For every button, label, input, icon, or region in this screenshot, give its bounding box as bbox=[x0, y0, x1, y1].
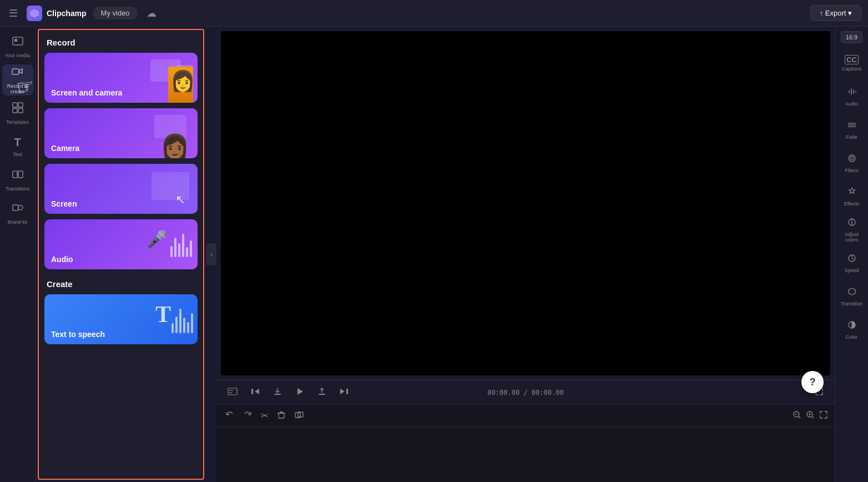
download-button[interactable] bbox=[271, 385, 284, 400]
sidebar-item-record[interactable]: Record &create bbox=[2, 64, 33, 96]
svg-point-12 bbox=[18, 205, 23, 210]
tts-wave-2 bbox=[175, 317, 178, 333]
card-screen[interactable]: ↖ Screen bbox=[44, 164, 198, 214]
play-button[interactable] bbox=[293, 385, 306, 400]
right-panel-fade[interactable]: Fade bbox=[837, 114, 866, 145]
svg-rect-18 bbox=[274, 394, 281, 395]
right-panel-audio[interactable]: Audio bbox=[837, 81, 866, 112]
clone-button[interactable] bbox=[292, 408, 306, 424]
app-logo: Clipchamp bbox=[27, 6, 87, 21]
project-name[interactable]: My video bbox=[93, 7, 138, 19]
wave-bar-2 bbox=[174, 238, 176, 257]
speed-label: Speed bbox=[844, 268, 859, 273]
help-button[interactable]: ? bbox=[801, 371, 824, 393]
card-camera[interactable]: 👩🏾 Camera bbox=[44, 108, 198, 158]
subtitle-button[interactable] bbox=[225, 385, 240, 400]
sidebar-label-transitions: Transitions bbox=[6, 186, 30, 192]
skip-back-button[interactable] bbox=[249, 385, 262, 400]
svg-rect-6 bbox=[13, 108, 17, 113]
aspect-ratio-button[interactable]: 16:9 bbox=[841, 31, 862, 43]
record-title: Record bbox=[39, 30, 203, 53]
timeline-tracks bbox=[216, 427, 835, 482]
svg-rect-23 bbox=[279, 413, 284, 418]
svg-marker-21 bbox=[340, 389, 345, 394]
sidebar-item-templates[interactable]: Templates bbox=[2, 98, 33, 129]
upload-button[interactable] bbox=[315, 385, 329, 400]
redo-button[interactable] bbox=[241, 408, 254, 424]
fit-button[interactable] bbox=[819, 410, 828, 421]
sidebar-item-brandkit[interactable]: Brand kit bbox=[2, 198, 33, 229]
card-tts[interactable]: T Text to speech bbox=[44, 294, 198, 344]
right-panel-adjust[interactable]: Adjustcolors bbox=[837, 214, 866, 245]
main-layout: Your media Record &create Templates bbox=[0, 27, 868, 482]
sidebar-label-text: Text bbox=[13, 152, 22, 157]
speed-icon bbox=[847, 253, 857, 266]
sidebar-item-transitions[interactable]: Transitions bbox=[2, 164, 33, 195]
right-panel-color[interactable]: Color bbox=[837, 314, 866, 345]
collapse-panel-button[interactable]: ‹ bbox=[206, 243, 216, 265]
sidebar-item-your-media[interactable]: Your media bbox=[2, 31, 33, 62]
transitions-icon bbox=[12, 168, 24, 183]
time-sep: / bbox=[523, 389, 531, 396]
right-panel-speed[interactable]: Speed bbox=[837, 248, 866, 279]
svg-rect-20 bbox=[319, 394, 325, 395]
tts-wave-4 bbox=[183, 318, 185, 333]
svg-rect-8 bbox=[13, 171, 17, 178]
transition-label: Transition bbox=[841, 301, 862, 307]
menu-icon[interactable]: ☰ bbox=[7, 5, 20, 22]
svg-point-38 bbox=[850, 157, 854, 160]
fade-label: Fade bbox=[846, 134, 857, 140]
media-icon bbox=[12, 35, 24, 50]
transition-icon bbox=[847, 287, 857, 299]
svg-point-37 bbox=[849, 155, 855, 162]
video-canvas bbox=[221, 31, 830, 375]
svg-rect-11 bbox=[13, 205, 18, 210]
zoom-out-button[interactable] bbox=[793, 410, 801, 421]
right-panel-effects[interactable]: Effects bbox=[837, 181, 866, 212]
svg-marker-0 bbox=[31, 9, 38, 17]
export-button[interactable]: ↑ Export ▾ bbox=[810, 5, 861, 21]
undo-button[interactable] bbox=[223, 408, 236, 424]
time-current: 00:00.00 bbox=[487, 389, 519, 396]
video-controls: 00:00.00 / 00:00.00 bbox=[216, 380, 835, 404]
wave-bar-3 bbox=[178, 243, 180, 257]
cut-button[interactable]: ✂ bbox=[259, 408, 270, 423]
right-panel-transition[interactable]: Transition bbox=[837, 281, 866, 312]
svg-marker-41 bbox=[849, 288, 855, 295]
wave-bar-1 bbox=[170, 246, 173, 257]
svg-rect-7 bbox=[18, 108, 23, 113]
zoom-in-button[interactable] bbox=[806, 410, 815, 421]
audio-icon bbox=[847, 87, 857, 99]
sidebar-label-brandkit: Brand kit bbox=[8, 219, 28, 225]
record-icon bbox=[12, 66, 24, 81]
deco-tts-waves bbox=[171, 304, 193, 333]
time-total: 00:00.00 bbox=[532, 389, 564, 396]
deco-face: 👩🏾 bbox=[160, 135, 189, 158]
time-display: 00:00.00 / 00:00.00 bbox=[487, 389, 563, 396]
card-audio[interactable]: 🎤 Audio bbox=[44, 219, 198, 269]
deco-cursor: ↖ bbox=[175, 193, 185, 207]
right-panel-captions[interactable]: CC Captions bbox=[837, 48, 866, 79]
svg-line-29 bbox=[799, 416, 800, 418]
app-name: Clipchamp bbox=[47, 9, 87, 18]
zoom-controls bbox=[793, 410, 828, 421]
sidebar-item-text[interactable]: T Text bbox=[2, 131, 33, 162]
deco-person bbox=[168, 67, 193, 103]
tts-wave-3 bbox=[179, 309, 181, 333]
skip-forward-button[interactable] bbox=[337, 385, 351, 400]
effects-label: Effects bbox=[844, 201, 859, 207]
delete-button[interactable] bbox=[275, 408, 288, 424]
timeline-toolbar: ✂ bbox=[216, 405, 835, 427]
card-screen-camera[interactable]: Screen and camera bbox=[44, 53, 198, 103]
templates-icon bbox=[12, 102, 24, 117]
tts-wave-6 bbox=[191, 313, 193, 333]
svg-rect-13 bbox=[228, 388, 237, 395]
svg-marker-19 bbox=[297, 388, 303, 395]
svg-rect-2 bbox=[14, 39, 17, 42]
wave-bar-5 bbox=[186, 247, 188, 257]
right-panel-filters[interactable]: Filters bbox=[837, 148, 866, 179]
deco-t-letter: T bbox=[155, 301, 171, 328]
card-label-screen-camera: Screen and camera bbox=[51, 88, 122, 97]
tts-wave-1 bbox=[171, 323, 174, 333]
cloud-icon: ☁ bbox=[147, 7, 157, 19]
